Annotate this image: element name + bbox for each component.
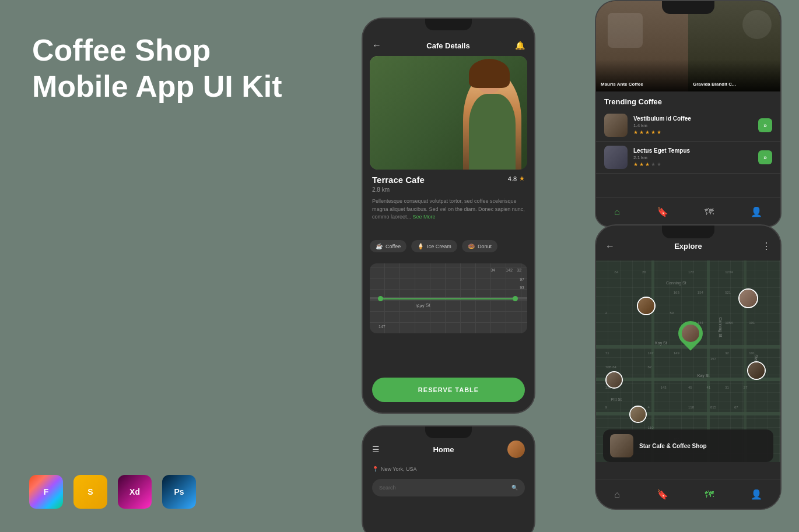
map-num: 27 (744, 386, 748, 389)
featured-card-2: Gravida Blandit C... (688, 1, 780, 91)
nav-bookmark-explore[interactable]: 🔖 (657, 489, 668, 500)
street-label-2: Kay St (698, 374, 710, 378)
user-avatar[interactable] (507, 441, 525, 458)
map-number: 34 (490, 268, 495, 272)
map-pin-5 (629, 406, 647, 423)
map-number: 32 (517, 268, 521, 272)
nav-map-explore[interactable]: 🗺 (705, 489, 714, 500)
rating-star: ★ (519, 175, 525, 182)
screen-title: Cafe Details (426, 41, 469, 50)
map-num: 101 (749, 321, 755, 325)
map-num: 147 (647, 351, 653, 355)
xd-icon: Xd (118, 475, 152, 509)
category-pills: ☕ Coffee 🍦 Ice Cream 🍩 Donut (370, 240, 497, 252)
cafe-info: Terrace Cafe 4.8 ★ 2.8 km Pellentesque c… (372, 175, 525, 221)
map-num: 1234 (725, 270, 733, 274)
location-icon: 📍 (372, 466, 379, 472)
nav-bookmark-icon[interactable]: 🔖 (657, 206, 668, 217)
map-num: 172 (688, 270, 694, 274)
mini-map: Kay St 142 34 32 97 93 147 (370, 263, 527, 333)
trending-arrow-2[interactable]: » (758, 150, 772, 164)
star-cafe-card[interactable]: Star Cafe & Coffee Shop (603, 429, 773, 462)
more-icon[interactable]: ⋮ (762, 241, 771, 252)
bottom-nav-explore: ⌂ 🔖 🗺 👤 (596, 480, 780, 509)
stars-row-1: ★ ★ ★ ★ ★ (633, 129, 752, 135)
ps-icon: Ps (162, 475, 196, 509)
map-num: 59 (670, 311, 674, 315)
pill-donut[interactable]: 🍩 Donut (462, 240, 497, 252)
reserve-table-button[interactable]: RESERVE TABLE (372, 378, 525, 402)
map-num: 71 (605, 351, 609, 355)
map-number: 147 (379, 325, 386, 329)
featured-card-1: Mauris Ante Coffee Mauris Ante Coffee (596, 1, 688, 91)
map-num: 149 (674, 351, 679, 355)
donut-icon: 🍩 (468, 243, 475, 249)
coffee-icon: ☕ (376, 243, 383, 249)
map-num: 9 (605, 406, 607, 409)
map-num: 32 (725, 351, 729, 355)
map-num: 4 (647, 406, 649, 409)
trending-thumb-1 (604, 114, 628, 137)
phone-trending: Mauris Ante Coffee Mauris Ante Coffee Gr… (595, 0, 782, 227)
phone-notch-home (425, 427, 472, 438)
map-num: 163 (674, 291, 679, 294)
map-num: 70B 64 (605, 365, 616, 369)
star-3: ★ (645, 129, 650, 135)
phone-home: ☰ Home 📍 New York, USA Search 🔍 (362, 425, 535, 532)
map-num: 118 (688, 406, 694, 409)
trending-arrow-1[interactable]: » (758, 118, 772, 132)
home-header: ☰ Home (372, 441, 525, 458)
map-num: 64 (615, 270, 619, 274)
map-end-dot (513, 296, 518, 301)
search-icon: 🔍 (511, 485, 518, 491)
trending-item-2[interactable]: Lectus Eget Tempus 2.1 km ★ ★ ★ ★ ★ » (596, 142, 780, 174)
map-number: 142 (506, 268, 513, 272)
home-location: 📍 New York, USA (372, 466, 417, 472)
map-num: 110 (647, 426, 653, 429)
map-pin-1 (637, 297, 656, 315)
map-num: 62 (647, 365, 651, 369)
nav-map-icon[interactable]: 🗺 (705, 207, 714, 217)
map-num: 143 (661, 386, 667, 389)
nav-home-explore[interactable]: ⌂ (614, 489, 620, 500)
nav-home-icon[interactable]: ⌂ (614, 207, 620, 217)
street-label-6: Pitt St (611, 397, 622, 401)
search-bar[interactable]: Search 🔍 (372, 479, 525, 496)
explore-header: ← Explore ⋮ (596, 241, 780, 252)
cafe-hero-image (370, 56, 527, 170)
hamburger-icon[interactable]: ☰ (372, 445, 380, 454)
back-icon-explore[interactable]: ← (605, 241, 615, 252)
star-4: ★ (651, 129, 656, 135)
map-number: 97 (520, 277, 524, 281)
featured-cards: Mauris Ante Coffee Mauris Ante Coffee Gr… (596, 1, 780, 91)
figma-icon: F (29, 475, 63, 509)
map-num: 26 (642, 270, 646, 274)
star-1: ★ (633, 129, 638, 135)
sketch-icon: S (73, 475, 107, 509)
map-num: 521 (725, 291, 731, 294)
street-label-3: Canning St (719, 317, 723, 337)
map-pin-3 (605, 371, 623, 389)
street-label-1: Kay St (655, 341, 667, 345)
map-pin-green (677, 321, 704, 351)
map-pin-4 (747, 361, 766, 380)
map-num: 157 (710, 357, 716, 361)
phone-notch-trending (662, 1, 714, 14)
trending-title: Trending Coffee (596, 91, 780, 110)
nav-profile-explore[interactable]: 👤 (751, 489, 762, 500)
map-num: 2 (605, 311, 607, 315)
cafe-description: Pellentesque consequat volutpat tortor, … (372, 198, 525, 221)
pill-coffee[interactable]: ☕ Coffee (370, 240, 406, 252)
hero-title: Coffee Shop Mobile App UI Kit (32, 32, 282, 105)
back-icon[interactable]: ← (372, 40, 381, 51)
trending-info-1: Vestibulum id Coffee 1.4 km ★ ★ ★ ★ ★ (633, 115, 752, 135)
see-more-link[interactable]: See More (413, 214, 436, 220)
street-label-5: Canning St (666, 281, 686, 285)
tool-icons: F S Xd Ps (29, 475, 196, 509)
bell-icon[interactable]: 🔔 (515, 41, 525, 50)
nav-profile-icon[interactable]: 👤 (751, 206, 762, 217)
pill-icecream[interactable]: 🍦 Ice Cream (411, 240, 457, 252)
star-cafe-thumb (610, 434, 633, 457)
trending-item-1[interactable]: Vestibulum id Coffee 1.4 km ★ ★ ★ ★ ★ » (596, 110, 780, 142)
star-cafe-info: Star Cafe & Coffee Shop (639, 443, 707, 449)
